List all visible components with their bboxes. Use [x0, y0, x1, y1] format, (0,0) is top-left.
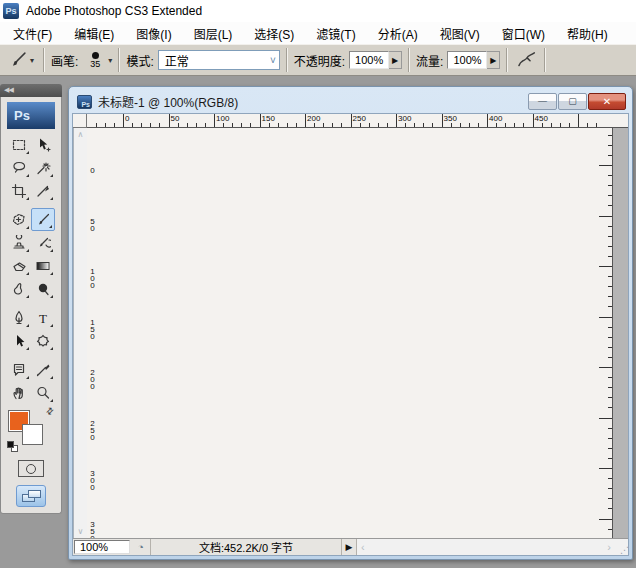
- zoom-tool-icon[interactable]: [31, 381, 55, 404]
- restore-button[interactable]: ▢: [558, 93, 587, 110]
- tool-preset-dropdown-icon[interactable]: ▾: [30, 56, 34, 65]
- crop-tool-icon[interactable]: [7, 179, 31, 202]
- toolbox-collapse-button[interactable]: ◀◀: [0, 84, 62, 97]
- scroll-right-icon[interactable]: ›: [607, 541, 611, 553]
- quick-mask-button[interactable]: [18, 460, 44, 477]
- canvas-area[interactable]: [613, 128, 628, 538]
- blend-mode-select[interactable]: 正常 ˅: [158, 50, 280, 70]
- custom-shape-tool-icon[interactable]: [31, 329, 55, 352]
- move-tool-icon[interactable]: [31, 133, 55, 156]
- brush-preset-preview[interactable]: 35: [82, 52, 108, 69]
- app-title-bar: Ps Adobe Photoshop CS3 Extended: [0, 0, 636, 22]
- svg-text:T: T: [39, 310, 47, 325]
- document-size-info: 文档:452.2K/0 字节: [151, 539, 341, 555]
- document-window: Ps 未标题-1 @ 100%(RGB/8) — ▢ ✕ 05010015020…: [68, 86, 633, 560]
- options-separator: [43, 48, 45, 72]
- menu-file[interactable]: 文件(F): [2, 22, 63, 45]
- screen-mode-button[interactable]: [16, 485, 46, 507]
- document-title-bar[interactable]: Ps 未标题-1 @ 100%(RGB/8) — ▢ ✕: [72, 90, 629, 113]
- background-color-swatch[interactable]: [22, 424, 43, 445]
- tools-grid: T: [7, 133, 55, 404]
- quick-mask-circle-icon: [26, 464, 36, 474]
- minimize-button[interactable]: —: [528, 93, 557, 110]
- horizontal-scrollbar[interactable]: ‹ ›: [357, 539, 615, 555]
- healing-brush-tool-icon[interactable]: [7, 208, 31, 231]
- type-tool-icon[interactable]: T: [31, 306, 55, 329]
- document-icon: Ps: [77, 95, 92, 109]
- opacity-label: 不透明度:: [294, 52, 345, 69]
- combo-chevron-icon: ˅: [270, 55, 276, 66]
- flow-slider-button[interactable]: ▶: [487, 51, 500, 69]
- smudge-tool-icon[interactable]: [7, 277, 31, 300]
- brush-tool-icon: [8, 50, 28, 70]
- dodge-tool-icon[interactable]: [31, 277, 55, 300]
- hand-tool-icon[interactable]: [7, 381, 31, 404]
- menu-help[interactable]: 帮助(H): [556, 22, 619, 45]
- magic-wand-tool-icon[interactable]: [31, 156, 55, 179]
- eyedropper-tool-icon[interactable]: [31, 358, 55, 381]
- options-separator: [286, 48, 288, 72]
- slice-tool-icon[interactable]: [31, 179, 55, 202]
- collapse-chevrons-icon: ◀◀: [4, 86, 13, 93]
- scroll-up-icon[interactable]: ∧: [78, 130, 84, 139]
- menu-view[interactable]: 视图(V): [429, 22, 491, 45]
- resize-grip-icon[interactable]: ⋰: [615, 539, 628, 555]
- opacity-slider-button[interactable]: ▶: [389, 51, 402, 69]
- blend-mode-value: 正常: [165, 52, 189, 69]
- eraser-tool-icon[interactable]: [7, 254, 31, 277]
- horizontal-ruler[interactable]: 050100150200250300350400450: [87, 114, 628, 128]
- brush-tool-icon-selected[interactable]: [31, 208, 55, 231]
- toolbox-palette: ◀◀ Ps T: [0, 84, 62, 514]
- vertical-scrollbar[interactable]: ∧ ∨: [73, 128, 87, 538]
- brush-preset-dropdown-icon[interactable]: ▾: [108, 56, 112, 65]
- color-picker-widget: ⇄: [7, 408, 55, 454]
- path-selection-tool-icon[interactable]: [7, 329, 31, 352]
- document-content: 050100150200250300350400450 050100150200…: [72, 113, 629, 556]
- toolbox-body: Ps T: [0, 97, 62, 514]
- swap-colors-icon[interactable]: ⇄: [44, 405, 56, 417]
- menu-image[interactable]: 图像(I): [125, 22, 182, 45]
- options-separator: [544, 48, 546, 72]
- app-title: Adobe Photoshop CS3 Extended: [26, 4, 202, 18]
- menu-analysis[interactable]: 分析(A): [367, 22, 429, 45]
- pen-tool-icon[interactable]: [7, 306, 31, 329]
- photoshop-app-icon: Ps: [3, 3, 19, 19]
- notes-tool-icon[interactable]: [7, 358, 31, 381]
- tool-preset-picker[interactable]: ▾: [5, 49, 37, 71]
- menu-filter[interactable]: 滤镜(T): [305, 22, 366, 45]
- options-separator: [408, 48, 410, 72]
- default-colors-icon[interactable]: [7, 441, 19, 453]
- scroll-left-icon[interactable]: ‹: [361, 541, 365, 553]
- tool-options-bar: ▾ 画笔: 35 ▾ 模式: 正常 ˅ 不透明度: 100% ▶ 流量: 100…: [0, 44, 636, 76]
- clone-stamp-tool-icon[interactable]: [7, 231, 31, 254]
- opacity-input[interactable]: 100%: [349, 51, 389, 69]
- ps-logo[interactable]: Ps: [7, 102, 55, 129]
- vertical-ruler[interactable]: 050100150200250300350: [87, 128, 613, 538]
- history-brush-tool-icon[interactable]: [31, 231, 55, 254]
- menu-bar: 文件(F) 编辑(E) 图像(I) 图层(L) 选择(S) 滤镜(T) 分析(A…: [0, 22, 636, 44]
- menu-window[interactable]: 窗口(W): [491, 22, 556, 45]
- ruler-corner[interactable]: [73, 114, 87, 128]
- options-separator: [118, 48, 120, 72]
- brush-label: 画笔:: [51, 52, 78, 69]
- flow-input[interactable]: 100%: [447, 51, 487, 69]
- mode-label: 模式:: [126, 52, 153, 69]
- marquee-tool-icon[interactable]: [7, 133, 31, 156]
- lasso-tool-icon[interactable]: [7, 156, 31, 179]
- flow-label: 流量:: [416, 52, 443, 69]
- status-bar: 100% ◔ 文档:452.2K/0 字节 ▶ ‹ › ⋰: [73, 538, 628, 555]
- brush-tip-icon: [92, 52, 99, 59]
- scroll-down-icon[interactable]: ∨: [78, 527, 84, 536]
- document-title: 未标题-1 @ 100%(RGB/8): [98, 93, 522, 110]
- brush-size-value: 35: [90, 60, 100, 69]
- status-options-icon[interactable]: ▶: [341, 539, 357, 555]
- menu-select[interactable]: 选择(S): [243, 22, 305, 45]
- zoom-level-input[interactable]: 100%: [74, 540, 130, 554]
- airbrush-toggle-icon[interactable]: [516, 49, 538, 72]
- menu-edit[interactable]: 编辑(E): [63, 22, 125, 45]
- menu-layer[interactable]: 图层(L): [183, 22, 244, 45]
- close-button[interactable]: ✕: [588, 93, 626, 110]
- options-separator: [506, 48, 508, 72]
- version-cue-icon: ◔: [131, 539, 151, 555]
- gradient-tool-icon[interactable]: [31, 254, 55, 277]
